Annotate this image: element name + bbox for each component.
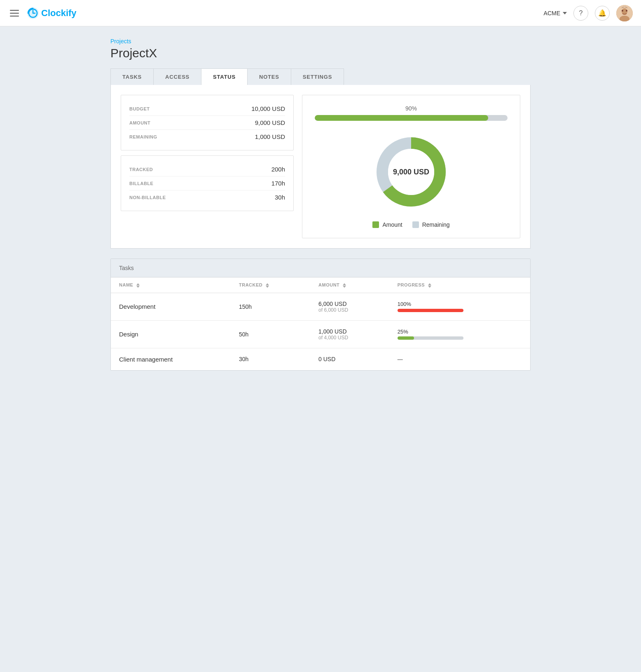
task-name-cell: Development	[111, 293, 231, 320]
amount-main: 1,000 USD	[318, 328, 381, 335]
help-button[interactable]: ?	[573, 6, 588, 21]
col-header-tracked[interactable]: TRACKED	[231, 277, 310, 293]
task-progress-bar	[398, 309, 463, 312]
donut-chart: 9,000 USD	[370, 131, 452, 213]
legend-amount: Amount	[372, 221, 402, 228]
task-tracked-cell: 150h	[231, 293, 310, 320]
amount-cell: 0 USD	[318, 356, 381, 362]
avatar-image	[616, 5, 633, 21]
tab-notes[interactable]: NOTES	[248, 68, 291, 85]
col-header-progress[interactable]: PROGRESS	[389, 277, 530, 293]
legend-remaining-label: Remaining	[422, 221, 450, 228]
tab-settings[interactable]: SETTINGS	[291, 68, 344, 85]
hamburger-menu[interactable]	[8, 8, 21, 18]
svg-point-8	[626, 10, 627, 12]
task-tracked-cell: 50h	[231, 320, 310, 348]
budget-row: BUDGET 10,000 USD	[129, 102, 285, 116]
task-progress-fill	[398, 336, 414, 340]
chart-box: 90% 9,000 USD	[302, 95, 520, 238]
bell-icon: 🔔	[598, 9, 606, 17]
amount-sub: of 4,000 USD	[318, 335, 381, 341]
task-progress-cell: 25%	[389, 320, 530, 348]
header-left: Clockify	[8, 7, 77, 20]
table-row: Development 150h 6,000 USD of 6,000 USD …	[111, 293, 530, 320]
budget-label: BUDGET	[129, 106, 150, 111]
tasks-section-header: Tasks	[111, 259, 530, 277]
task-progress-fill	[398, 309, 463, 312]
main-content: Projects ProjectX TASKS ACCESS STATUS NO…	[94, 26, 547, 382]
notifications-button[interactable]: 🔔	[595, 6, 610, 21]
tasks-table: NAME TRACKED AMOUNT	[111, 277, 530, 370]
clockify-logo-icon	[26, 7, 40, 20]
task-progress-cell: 100%	[389, 293, 530, 320]
progress-cell: —	[398, 356, 522, 362]
chart-progress-fill	[315, 115, 488, 121]
help-icon: ?	[579, 9, 583, 17]
remaining-row: REMAINING 1,000 USD	[129, 130, 285, 143]
tasks-section: Tasks NAME TRACKED	[110, 258, 531, 371]
progress-cell: 25%	[398, 329, 522, 340]
task-progress-bar	[398, 336, 463, 340]
task-name: Development	[119, 303, 155, 310]
sort-amount-icon	[343, 283, 346, 288]
table-header-row: NAME TRACKED AMOUNT	[111, 277, 530, 293]
chart-progress-bar	[315, 115, 508, 121]
task-tracked: 150h	[239, 303, 252, 310]
task-progress-cell: —	[389, 348, 530, 370]
tab-access[interactable]: ACCESS	[154, 68, 201, 85]
chart-percent: 90%	[315, 105, 508, 112]
svg-point-7	[622, 10, 623, 12]
tracked-value: 200h	[271, 166, 285, 173]
amount-cell: 1,000 USD of 4,000 USD	[318, 328, 381, 341]
col-header-amount[interactable]: AMOUNT	[310, 277, 389, 293]
workspace-selector[interactable]: ACME	[544, 10, 567, 16]
tracked-box: TRACKED 200h BILLABLE 170h NON-BILLABLE …	[121, 155, 294, 211]
non-billable-label: NON-BILLABLE	[129, 195, 166, 200]
task-name-cell: Client management	[111, 348, 231, 370]
task-amount-cell: 1,000 USD of 4,000 USD	[310, 320, 389, 348]
progress-label: —	[398, 356, 522, 362]
task-name-cell: Design	[111, 320, 231, 348]
page-title: ProjectX	[110, 46, 531, 60]
legend-amount-label: Amount	[382, 221, 402, 228]
sort-name-icon	[136, 283, 140, 288]
status-content: BUDGET 10,000 USD AMOUNT 9,000 USD REMAI…	[110, 85, 531, 249]
chart-legend: Amount Remaining	[372, 221, 449, 228]
progress-label: 100%	[398, 301, 522, 307]
table-row: Client management 30h 0 USD —	[111, 348, 530, 370]
amount-sub: of 6,000 USD	[318, 307, 381, 313]
sort-progress-icon	[428, 283, 431, 288]
user-avatar[interactable]	[616, 5, 633, 21]
status-grid: BUDGET 10,000 USD AMOUNT 9,000 USD REMAI…	[121, 95, 520, 238]
workspace-name: ACME	[544, 10, 560, 16]
breadcrumb[interactable]: Projects	[110, 38, 531, 45]
legend-remaining-color	[412, 221, 419, 228]
task-name: Client management	[119, 356, 173, 363]
tab-status[interactable]: STATUS	[201, 68, 248, 85]
task-amount-cell: 0 USD	[310, 348, 389, 370]
stats-left: BUDGET 10,000 USD AMOUNT 9,000 USD REMAI…	[121, 95, 294, 238]
progress-cell: 100%	[398, 301, 522, 312]
billable-value: 170h	[271, 180, 285, 187]
workspace-arrow-icon	[563, 12, 567, 14]
progress-label: 25%	[398, 329, 522, 335]
amount-main: 0 USD	[318, 356, 381, 362]
amount-value: 9,000 USD	[255, 119, 285, 126]
tracked-label: TRACKED	[129, 167, 153, 172]
logo-text: Clockify	[41, 8, 77, 19]
task-amount-cell: 6,000 USD of 6,000 USD	[310, 293, 389, 320]
task-name: Design	[119, 331, 138, 338]
tab-tasks[interactable]: TASKS	[110, 68, 154, 85]
billable-row: BILLABLE 170h	[129, 176, 285, 190]
header-right: ACME ? 🔔	[544, 5, 633, 21]
task-tracked: 30h	[239, 356, 248, 362]
amount-row: AMOUNT 9,000 USD	[129, 116, 285, 130]
col-header-name[interactable]: NAME	[111, 277, 231, 293]
amount-label: AMOUNT	[129, 120, 150, 125]
tracked-row: TRACKED 200h	[129, 162, 285, 176]
logo[interactable]: Clockify	[26, 7, 77, 20]
app-header: Clockify ACME ? 🔔	[0, 0, 641, 26]
budget-box: BUDGET 10,000 USD AMOUNT 9,000 USD REMAI…	[121, 95, 294, 150]
donut-center-value: 9,000 USD	[393, 168, 429, 176]
billable-label: BILLABLE	[129, 181, 153, 186]
